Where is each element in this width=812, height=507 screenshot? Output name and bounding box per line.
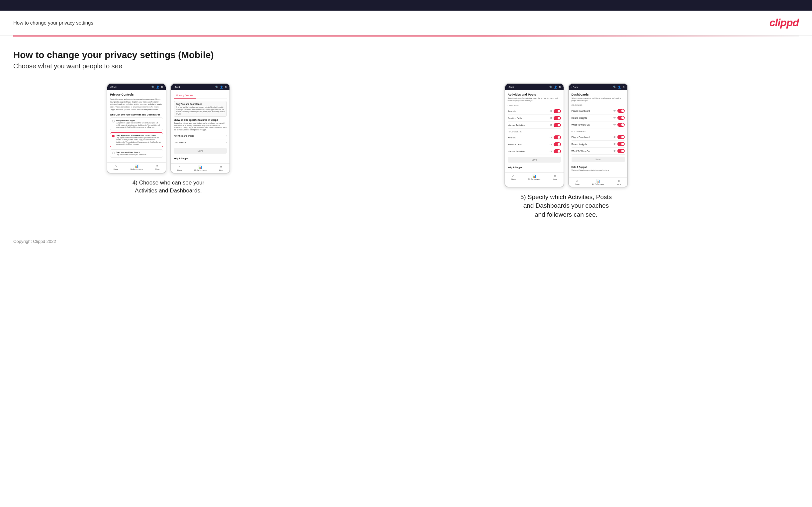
help-support-screen2: Help & Support xyxy=(174,156,227,161)
toggle-coaches-rounds-control[interactable]: ON xyxy=(550,109,561,113)
home-icon4: ⌂ xyxy=(576,179,578,183)
chevron-left-icon4: ‹ xyxy=(571,86,572,88)
toggle-followers-manual: Manual Activities ON xyxy=(508,148,561,155)
switch-coaches-drills[interactable] xyxy=(554,116,561,120)
nav-menu3[interactable]: ≡ Menu xyxy=(553,174,557,180)
switch-d-coaches-round[interactable] xyxy=(617,116,625,120)
nav-menu[interactable]: ≡ Menu xyxy=(155,164,160,170)
screen3-header: ‹ Back 🔍 👤 ⚙ xyxy=(505,84,564,90)
people-icon2[interactable]: 👤 xyxy=(220,86,223,89)
screen3-back[interactable]: ‹ Back xyxy=(508,86,514,88)
toggle-d-followers-round: Round Insights ON xyxy=(571,141,625,148)
nav-menu2[interactable]: ≡ Menu xyxy=(219,165,223,171)
toggle-d-coaches-work-ctrl[interactable]: ON xyxy=(613,123,624,127)
save-btn-screen3[interactable]: Save xyxy=(508,157,561,163)
switch-followers-drills[interactable] xyxy=(554,143,561,146)
option-everyone[interactable]: Everyone on Clippd Everyone on Clippd ca… xyxy=(110,117,163,130)
toggle-d-followers-player-ctrl[interactable]: ON xyxy=(613,135,624,139)
chevron-left-icon: ‹ xyxy=(110,86,111,88)
radio-only-you xyxy=(112,152,114,154)
switch-d-followers-round[interactable] xyxy=(617,142,625,146)
switch-followers-rounds[interactable] xyxy=(554,135,561,139)
nav-home3[interactable]: ⌂ Home xyxy=(511,174,515,180)
toggle-coaches-manual-control[interactable]: ON xyxy=(550,123,561,127)
nav-performance3[interactable]: 📊 My Performance xyxy=(528,174,541,180)
screen1-back[interactable]: ‹ Back xyxy=(110,86,116,88)
screen4-help-desc: Visit our Clippd community to troublesho… xyxy=(571,169,625,172)
toggle-d-followers-work-ctrl[interactable]: ON xyxy=(613,149,624,153)
screen1-header: ‹ Back 🔍 👤 ⚙ xyxy=(107,84,166,90)
nav-performance[interactable]: 📊 My Performance xyxy=(131,164,143,170)
toggle-followers-manual-control[interactable]: ON xyxy=(550,149,561,153)
tab-privacy-controls[interactable]: Privacy Controls xyxy=(174,93,196,99)
toggle-coaches-rounds: Rounds ON xyxy=(508,108,561,115)
search-icon3[interactable]: 🔍 xyxy=(549,86,553,89)
switch-d-coaches-player[interactable] xyxy=(617,109,625,113)
toggle-followers-rounds: Rounds ON xyxy=(508,134,561,141)
nav-home4[interactable]: ⌂ Home xyxy=(575,179,579,185)
screens-row-right: ‹ Back 🔍 👤 ⚙ Activities and Posts Select… xyxy=(504,83,628,187)
switch-followers-manual[interactable] xyxy=(554,149,561,153)
followers-manual-label: Manual Activities xyxy=(508,150,525,153)
save-btn-screen2[interactable]: Save xyxy=(174,148,227,154)
screen1-section-heading: Who Can See Your Activities and Dashboar… xyxy=(110,113,163,116)
screen1-body: Privacy Controls Control how you and you… xyxy=(107,90,166,162)
search-icon[interactable]: 🔍 xyxy=(151,86,155,89)
nav-home2[interactable]: ⌂ Home xyxy=(177,165,182,171)
toggle-d-coaches-player-ctrl[interactable]: ON xyxy=(613,109,624,113)
screen4-desc: Select the dashboards that you'd like to… xyxy=(571,97,625,102)
option2-desc: Only approved followers and coaches you … xyxy=(116,137,161,145)
search-icon4[interactable]: 🔍 xyxy=(613,86,616,89)
people-icon4[interactable]: 👤 xyxy=(618,86,621,89)
help-support-screen3: Help & Support xyxy=(508,165,561,170)
nav-performance2[interactable]: 📊 My Performance xyxy=(194,165,207,171)
toggle-followers-drills-control[interactable]: ON xyxy=(550,143,561,146)
screen2-back[interactable]: ‹ Back xyxy=(174,86,180,88)
show-hide-title: Show or hide specific features in Clippd xyxy=(174,119,227,121)
coaches-label: COACHES xyxy=(508,105,561,107)
option-only-you[interactable]: Only You and Your Coach Only you and the… xyxy=(110,149,163,158)
nav-home[interactable]: ⌂ Home xyxy=(114,164,118,170)
nav-menu4[interactable]: ≡ Menu xyxy=(617,179,621,185)
settings-icon3[interactable]: ⚙ xyxy=(559,86,561,89)
switch-d-coaches-work[interactable] xyxy=(617,123,625,127)
screen2-nav: ⌂ Home 📊 My Performance ≡ Menu xyxy=(171,163,230,173)
screen4-back[interactable]: ‹ Back xyxy=(571,86,578,88)
page-subheading: Choose what you want people to see xyxy=(13,62,799,70)
switch-d-followers-player[interactable] xyxy=(617,135,625,139)
settings-icon[interactable]: ⚙ xyxy=(161,86,163,89)
settings-icon4[interactable]: ⚙ xyxy=(622,86,625,89)
page-heading: How to change your privacy settings (Mob… xyxy=(13,50,799,60)
toggle-followers-drills: Practice Drills ON xyxy=(508,141,561,148)
logo: clippd xyxy=(769,16,799,29)
home-icon: ⌂ xyxy=(115,164,117,168)
toggle-d-followers-round-ctrl[interactable]: ON xyxy=(613,142,624,146)
switch-coaches-manual[interactable] xyxy=(554,123,561,127)
header-title: How to change your privacy settings xyxy=(13,20,93,25)
tooltip-box: Only You and Your Coach Only you and the… xyxy=(174,101,227,117)
save-btn-screen4[interactable]: Save xyxy=(571,157,625,162)
screen3-title: Activities and Posts xyxy=(508,93,561,96)
screens-row-left: ‹ Back 🔍 👤 ⚙ Privacy Controls Control ho… xyxy=(107,83,230,174)
settings-icon2[interactable]: ⚙ xyxy=(224,86,227,89)
menu-activities[interactable]: Activities and Posts › xyxy=(174,133,227,139)
switch-coaches-rounds[interactable] xyxy=(554,109,561,113)
people-icon[interactable]: 👤 xyxy=(156,86,159,89)
chevron-right-icon2: › xyxy=(226,141,227,144)
help-support-screen4: Help & Support xyxy=(571,164,625,169)
menu-dashboards[interactable]: Dashboards › xyxy=(174,139,227,146)
screen1-desc: Control how you and your data appears to… xyxy=(110,98,163,111)
screen4-body: Dashboards Select the dashboards that yo… xyxy=(569,90,627,177)
nav-performance4[interactable]: 📊 My Performance xyxy=(592,179,604,185)
toggle-coaches-drills-control[interactable]: ON xyxy=(550,116,561,120)
show-hide-text: Regardless of the privacy controls that … xyxy=(174,122,227,131)
d-coaches-work-label: What To Work On xyxy=(571,124,590,126)
toggle-d-coaches-round-ctrl[interactable]: ON xyxy=(613,116,624,120)
copyright-text: Copyright Clippd 2022 xyxy=(13,239,56,244)
option-approved[interactable]: Only Approved Followers and Your Coach O… xyxy=(110,132,163,147)
people-icon3[interactable]: 👤 xyxy=(554,86,557,89)
screen4-nav: ⌂ Home 📊 My Performance ≡ Menu xyxy=(569,177,627,187)
search-icon2[interactable]: 🔍 xyxy=(215,86,218,89)
toggle-followers-rounds-control[interactable]: ON xyxy=(550,135,561,139)
switch-d-followers-work[interactable] xyxy=(617,149,625,153)
